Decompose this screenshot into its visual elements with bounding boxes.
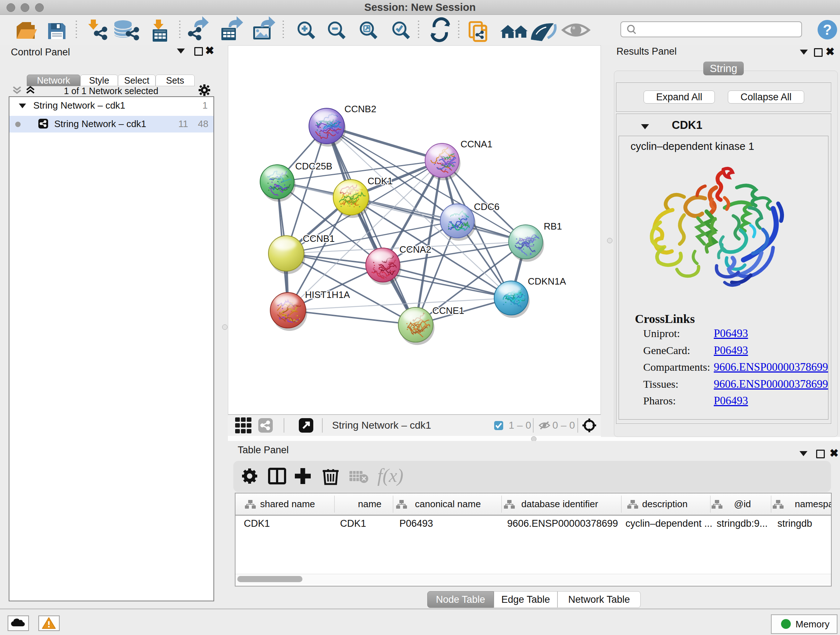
svg-text:f(x): f(x) [377,465,403,486]
svg-text:String Network – cdk1: String Network – cdk1 [332,420,431,431]
svg-text:HIST1H1A: HIST1H1A [305,289,350,300]
svg-text:CDKN1A: CDKN1A [528,276,566,287]
svg-text:0 – 0: 0 – 0 [553,420,575,431]
svg-text:CCNA2: CCNA2 [399,244,431,255]
svg-text:CDC6: CDC6 [474,201,500,212]
svg-text:CDC25B: CDC25B [295,161,332,172]
svg-text:1 – 0: 1 – 0 [508,420,531,431]
svg-text:CCNA1: CCNA1 [461,139,493,149]
svg-text:CDK1: CDK1 [368,176,393,187]
svg-text:CCNE1: CCNE1 [432,305,464,316]
svg-text:CCNB2: CCNB2 [344,103,376,114]
svg-text:?: ? [823,22,832,38]
svg-text:CCNB1: CCNB1 [303,233,335,244]
svg-text:RB1: RB1 [544,221,562,232]
